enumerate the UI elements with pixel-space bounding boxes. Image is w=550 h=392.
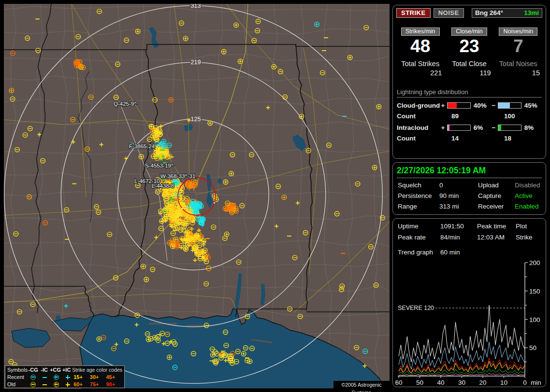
minus-sign: − [491, 124, 496, 131]
app-window: { "window": {"copyright": "©2005 Astroge… [0, 0, 550, 392]
strikes-per-min-label[interactable]: Strikes/min [401, 28, 440, 36]
capture-label: Capture [478, 192, 515, 199]
legend-symbols-label: Symbols [7, 366, 28, 374]
range-label: Range [398, 203, 439, 210]
pos-ic-bar [447, 125, 471, 131]
noises-per-min-label[interactable]: Noises/min [499, 28, 537, 36]
peak-rate-label: Peak rate [398, 234, 440, 241]
persistence-value: 90 min [439, 192, 478, 199]
lightning-map[interactable]: 125219313Q-425-9^F-3865-24S-4553-19^W-36… [4, 4, 390, 389]
total-noises-value: 15 [494, 69, 543, 77]
legend-col-ncg: -CG [28, 366, 39, 374]
count-label: Count [397, 135, 447, 142]
svg-text:50: 50 [416, 379, 423, 386]
total-close-label: Total Close [445, 60, 493, 68]
uptime-value: 1091:50 [440, 223, 477, 230]
cg-minus-icon [28, 375, 39, 380]
pos-cg-count: 89 [447, 112, 500, 120]
noise-tab-button[interactable]: NOISE [434, 8, 464, 18]
ic-plus-icon [62, 375, 73, 379]
age-60: 60+ [73, 381, 90, 388]
map-canvas[interactable]: 125219313Q-425-9^F-3865-24S-4553-19^W-36… [4, 4, 390, 389]
peak-rate-row: Peak rate 84/min 12:03 AM Strike [398, 234, 542, 241]
total-noises-label: Total Noises [494, 60, 543, 68]
svg-text:150: 150 [529, 288, 540, 295]
total-strikes-value: 221 [396, 69, 445, 77]
bearing-indicator[interactable]: Bng 264° 13mi [472, 8, 542, 18]
noises-column: Noises/min 7 Total Noises 15 [494, 28, 543, 77]
datetime-display: 2/27/2026 12:05:19 AM [397, 166, 542, 178]
copyright-notice: ©2005 Astrogenic Systems [333, 381, 390, 389]
svg-text:W-368-33^-31: W-368-33^-31 [160, 173, 195, 179]
legend-col-pcg: +CG [50, 366, 61, 374]
squelch-value: 0 [439, 182, 478, 189]
svg-text:50: 50 [529, 344, 536, 351]
peak-rate-value: 84/min [440, 234, 477, 241]
cloud-ground-count-row: Count 89 100 [397, 112, 542, 120]
age-15: 15+ [73, 374, 90, 381]
legend-recent-label: Recent [7, 374, 28, 381]
close-per-min-value: 23 [445, 37, 493, 56]
upload-status: Disabled [515, 182, 542, 189]
svg-text:F-3865-24: F-3865-24 [129, 143, 155, 149]
capture-status: Active [515, 192, 542, 199]
svg-text:30: 30 [458, 379, 465, 386]
total-close-value: 119 [445, 69, 493, 77]
strike-tab-button[interactable]: STRIKE [396, 8, 431, 18]
squelch-label: Squelch [398, 182, 439, 189]
plot-type-value: Strike [516, 234, 542, 241]
status-row: Persistence 90 min Capture Active [398, 192, 542, 199]
cloud-ground-row: Cloud-ground + 40% − 45% [397, 102, 542, 109]
minus-sign: − [491, 102, 496, 109]
trend-graph-label: Trend graph [398, 249, 440, 256]
neg-ic-pct: 8% [523, 124, 542, 131]
pos-ic-count: 14 [447, 135, 500, 142]
ic-minus-icon [39, 384, 50, 385]
strike-stats-panel: STRIKE NOISE Bng 264° 13mi Strikes/min 4… [392, 5, 546, 159]
svg-text:SEVERE 120: SEVERE 120 [398, 305, 434, 311]
plot-label: Plot [516, 223, 542, 230]
strikes-per-min-value: 48 [396, 37, 445, 56]
neg-ic-bar [498, 125, 521, 131]
noises-per-min-value: 7 [494, 37, 543, 56]
persistence-label: Persistence [398, 192, 439, 199]
receiver-status: Enabled [515, 203, 542, 210]
trend-panel: Uptime 1091:50 Peak time Plot Peak rate … [392, 218, 546, 387]
age-90: 90+ [106, 381, 122, 388]
range-value: 313 mi [439, 203, 478, 210]
svg-text:0: 0 [523, 379, 527, 386]
legend-col-pic: +IC [61, 366, 72, 374]
pos-ic-pct: 6% [472, 124, 491, 131]
strikes-column: Strikes/min 48 Total Strikes 221 [396, 28, 445, 77]
uptime-label: Uptime [398, 223, 440, 230]
svg-text:125: 125 [191, 116, 201, 123]
svg-text:S-4553-19^: S-4553-19^ [145, 163, 174, 168]
neg-ic-count: 18 [500, 135, 511, 142]
legend-header-row: Symbols -CG -IC +CG +IC Strike age color… [7, 366, 122, 374]
intracloud-label: Intracloud [397, 124, 440, 131]
legend-recent-row: Recent 15+ 30+ 45+ [7, 374, 122, 381]
svg-text:40: 40 [437, 379, 444, 386]
svg-text:min: min [531, 379, 541, 386]
close-per-min-label[interactable]: Close/min [451, 28, 487, 36]
svg-text:313: 313 [191, 4, 201, 9]
peak-time-value: 12:03 AM [477, 234, 516, 241]
svg-text:219: 219 [191, 59, 201, 66]
symbols-legend: Symbols -CG -IC +CG +IC Strike age color… [5, 365, 125, 388]
svg-text:100: 100 [529, 316, 540, 323]
bearing-distance: 13mi [524, 9, 539, 16]
age-30: 30+ [90, 374, 106, 381]
svg-text:L-4438-8: L-4438-8 [152, 183, 174, 189]
intracloud-row: Intracloud + 6% − 8% [397, 124, 542, 131]
status-panel: 2/27/2026 12:05:19 AM Squelch 0 Upload D… [392, 162, 546, 215]
neg-cg-pct: 45% [523, 102, 542, 109]
plus-sign: + [440, 124, 446, 131]
upload-label: Upload [478, 182, 515, 189]
legend-col-nic: -IC [39, 366, 50, 374]
trend-window-value: 60 min [440, 249, 542, 256]
cg-plus-icon [50, 375, 62, 380]
count-label: Count [397, 112, 447, 120]
svg-text:200: 200 [529, 259, 540, 266]
trend-graph: SEVERE 120501001502006050403020100min [393, 259, 546, 387]
legend-old-row: Old 60+ 75+ 90+ [7, 381, 122, 388]
